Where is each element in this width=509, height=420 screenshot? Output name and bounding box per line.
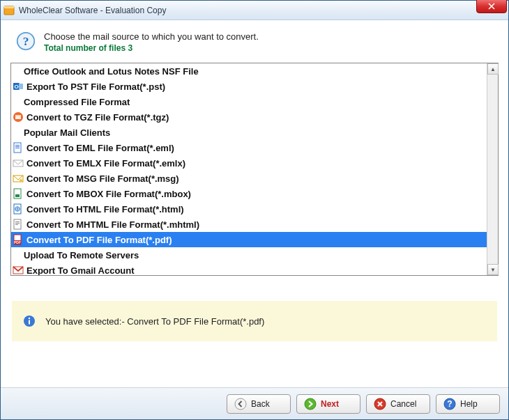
list-item[interactable]: Convert To MSG File Format(*.msg): [11, 171, 487, 186]
step-instruction: Choose the mail source to which you want…: [44, 31, 259, 42]
question-icon: ?: [16, 31, 36, 51]
help-button[interactable]: ? Help: [436, 394, 500, 414]
svg-text:O: O: [14, 84, 18, 90]
list-item[interactable]: Convert To EMLX File Format(*.emlx): [11, 155, 487, 171]
svg-text:PDF: PDF: [14, 240, 21, 244]
svg-rect-9: [15, 115, 21, 116]
selection-status-bar: You have selected:- Convert To PDF File …: [12, 301, 497, 341]
selection-status-text: You have selected:- Convert To PDF File …: [45, 316, 264, 327]
list-item-label: Convert To MHTML File Format(*.mhtml): [26, 219, 199, 230]
list-item[interactable]: PDFConvert To PDF File Format(*.pdf): [11, 232, 487, 247]
list-section-header: Upload To Remote Servers: [11, 247, 487, 263]
list-section-header: Popular Mail Clients: [11, 125, 487, 140]
list-item-label: Compressed File Format: [24, 97, 130, 107]
back-arrow-icon: [234, 398, 247, 410]
list-item-label: Convert To MSG File Format(*.msg): [26, 173, 179, 184]
svg-point-32: [235, 398, 246, 410]
step-header: ? Choose the mail source to which you wa…: [10, 31, 499, 53]
msg-icon: [13, 173, 24, 184]
archive-icon: [13, 111, 24, 123]
svg-rect-23: [15, 223, 20, 224]
list-item-label: Office Outlook and Lotus Notes NSF File: [24, 66, 199, 77]
window-title: WholeClear Software - Evaluation Copy: [19, 6, 166, 15]
list-item-label: Convert To HTML File Format(*.html): [26, 204, 184, 215]
content-area: ? Choose the mail source to which you wa…: [1, 20, 508, 387]
mbox-icon: [13, 188, 24, 199]
list-item-label: Convert to TGZ File Format(*.tgz): [26, 112, 169, 123]
svg-rect-6: [19, 84, 23, 89]
svg-text:?: ?: [447, 399, 452, 409]
scroll-up-button[interactable]: ▲: [487, 63, 499, 75]
html-icon: [13, 203, 24, 215]
file-count-label: Total number of files 3: [44, 43, 259, 53]
app-window: WholeClear Software - Evaluation Copy ? …: [0, 0, 509, 420]
mhtml-icon: [13, 219, 24, 230]
titlebar: WholeClear Software - Evaluation Copy: [1, 1, 508, 20]
list-item[interactable]: Convert To HTML File Format(*.html): [11, 201, 487, 217]
list-item-label: Popular Mail Clients: [24, 127, 110, 138]
outlook-icon: O: [13, 81, 24, 92]
eml-icon: [13, 142, 24, 153]
list-item[interactable]: Export To Gmail Account: [11, 263, 487, 275]
svg-rect-30: [29, 320, 30, 325]
emlx-icon: [13, 157, 24, 169]
list-section-header: Office Outlook and Lotus Notes NSF File: [11, 63, 487, 79]
svg-rect-18: [15, 194, 20, 197]
cancel-icon: [374, 398, 386, 410]
info-icon: [23, 315, 36, 327]
list-item-label: Convert To MBOX File Format(*.mbox): [26, 189, 191, 199]
list-item[interactable]: Convert To EML File Format(*.eml): [11, 140, 487, 155]
list-section-header: Compressed File Format: [11, 94, 487, 109]
svg-rect-12: [15, 146, 20, 147]
svg-rect-13: [15, 148, 20, 148]
list-item-label: Export To Gmail Account: [26, 265, 135, 276]
list-item-label: Convert To EML File Format(*.eml): [26, 143, 174, 153]
format-listbox[interactable]: Office Outlook and Lotus Notes NSF FileO…: [10, 63, 499, 276]
svg-point-16: [20, 179, 22, 182]
app-icon: [3, 5, 15, 16]
back-button[interactable]: Back: [227, 394, 291, 414]
list-item[interactable]: Convert to TGZ File Format(*.tgz): [11, 109, 487, 125]
svg-rect-22: [15, 221, 20, 222]
next-button[interactable]: Next: [296, 394, 360, 414]
pdf-icon: PDF: [13, 234, 24, 245]
help-icon: ?: [443, 398, 456, 410]
scrollbar[interactable]: ▲ ▼: [487, 63, 498, 275]
list-item-label: Convert To EMLX File Format(*.emlx): [26, 158, 185, 169]
svg-rect-24: [15, 224, 18, 225]
close-button[interactable]: [476, 0, 507, 13]
next-arrow-icon: [304, 398, 317, 410]
wizard-footer: Back Next Cancel ? Help: [1, 387, 508, 419]
cancel-button[interactable]: Cancel: [366, 394, 430, 414]
scroll-down-button[interactable]: ▼: [487, 264, 499, 275]
list-item-label: Convert To PDF File Format(*.pdf): [26, 235, 172, 245]
svg-text:?: ?: [23, 34, 29, 48]
list-item[interactable]: OExport To PST File Format(*.pst): [11, 79, 487, 94]
list-item-label: Export To PST File Format(*.pst): [26, 81, 165, 92]
svg-point-33: [305, 398, 316, 410]
list-item[interactable]: Convert To MHTML File Format(*.mhtml): [11, 217, 487, 232]
list-item[interactable]: Convert To MBOX File Format(*.mbox): [11, 186, 487, 201]
svg-rect-1: [4, 6, 14, 8]
svg-point-31: [29, 318, 30, 319]
svg-rect-11: [15, 145, 20, 146]
list-item-label: Upload To Remote Servers: [24, 250, 139, 260]
gmail-icon: [13, 265, 24, 275]
